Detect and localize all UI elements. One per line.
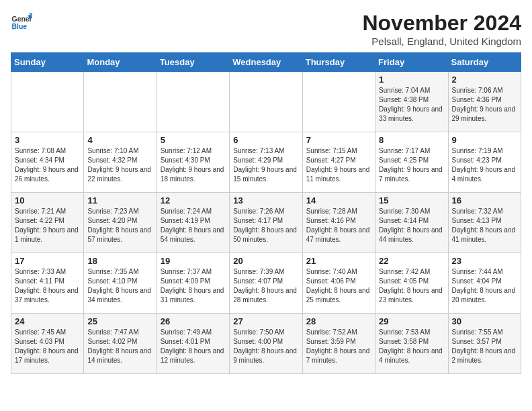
calendar-cell: 22Sunrise: 7:42 AM Sunset: 4:05 PM Dayli… bbox=[375, 253, 448, 314]
day-info: Sunrise: 7:49 AM Sunset: 4:01 PM Dayligh… bbox=[161, 328, 226, 365]
calendar-cell: 15Sunrise: 7:30 AM Sunset: 4:14 PM Dayli… bbox=[375, 193, 448, 253]
day-number: 22 bbox=[379, 256, 444, 266]
day-info: Sunrise: 7:44 AM Sunset: 4:04 PM Dayligh… bbox=[452, 267, 517, 305]
logo: General Blue bbox=[11, 11, 32, 32]
day-number: 7 bbox=[306, 135, 371, 145]
day-number: 6 bbox=[233, 135, 298, 145]
calendar-cell: 16Sunrise: 7:32 AM Sunset: 4:13 PM Dayli… bbox=[448, 193, 521, 253]
calendar-cell: 6Sunrise: 7:13 AM Sunset: 4:29 PM Daylig… bbox=[230, 132, 302, 193]
calendar-cell: 25Sunrise: 7:47 AM Sunset: 4:02 PM Dayli… bbox=[84, 314, 157, 374]
logo-icon: General Blue bbox=[11, 11, 32, 32]
location: Pelsall, England, United Kingdom bbox=[362, 36, 521, 47]
calendar-cell: 12Sunrise: 7:24 AM Sunset: 4:19 PM Dayli… bbox=[157, 193, 229, 253]
calendar-cell: 3Sunrise: 7:08 AM Sunset: 4:34 PM Daylig… bbox=[11, 132, 84, 193]
day-info: Sunrise: 7:52 AM Sunset: 3:59 PM Dayligh… bbox=[306, 328, 371, 365]
day-number: 12 bbox=[161, 195, 226, 205]
day-info: Sunrise: 7:21 AM Sunset: 4:22 PM Dayligh… bbox=[15, 207, 80, 244]
calendar-week-row: 3Sunrise: 7:08 AM Sunset: 4:34 PM Daylig… bbox=[11, 132, 521, 193]
day-info: Sunrise: 7:39 AM Sunset: 4:07 PM Dayligh… bbox=[233, 267, 298, 305]
day-number: 28 bbox=[306, 316, 371, 326]
day-info: Sunrise: 7:17 AM Sunset: 4:25 PM Dayligh… bbox=[379, 146, 444, 184]
day-info: Sunrise: 7:53 AM Sunset: 3:58 PM Dayligh… bbox=[379, 328, 444, 365]
svg-text:Blue: Blue bbox=[12, 23, 28, 30]
day-info: Sunrise: 7:10 AM Sunset: 4:32 PM Dayligh… bbox=[87, 146, 152, 184]
day-number: 14 bbox=[306, 195, 371, 205]
header-monday: Monday bbox=[84, 53, 157, 72]
calendar-cell: 4Sunrise: 7:10 AM Sunset: 4:32 PM Daylig… bbox=[84, 132, 157, 193]
day-number: 15 bbox=[379, 195, 444, 205]
calendar-cell: 10Sunrise: 7:21 AM Sunset: 4:22 PM Dayli… bbox=[11, 193, 84, 253]
calendar-week-row: 17Sunrise: 7:33 AM Sunset: 4:11 PM Dayli… bbox=[11, 253, 521, 314]
day-info: Sunrise: 7:50 AM Sunset: 4:00 PM Dayligh… bbox=[233, 328, 298, 365]
day-info: Sunrise: 7:55 AM Sunset: 3:57 PM Dayligh… bbox=[452, 328, 517, 365]
calendar-cell bbox=[230, 72, 302, 132]
day-info: Sunrise: 7:23 AM Sunset: 4:20 PM Dayligh… bbox=[87, 207, 152, 244]
day-number: 25 bbox=[87, 316, 152, 326]
calendar-cell: 28Sunrise: 7:52 AM Sunset: 3:59 PM Dayli… bbox=[302, 314, 375, 374]
calendar-cell: 1Sunrise: 7:04 AM Sunset: 4:38 PM Daylig… bbox=[375, 72, 448, 132]
calendar-cell: 5Sunrise: 7:12 AM Sunset: 4:30 PM Daylig… bbox=[157, 132, 229, 193]
day-info: Sunrise: 7:19 AM Sunset: 4:23 PM Dayligh… bbox=[452, 146, 517, 184]
calendar-cell: 21Sunrise: 7:40 AM Sunset: 4:06 PM Dayli… bbox=[302, 253, 375, 314]
header-wednesday: Wednesday bbox=[230, 53, 302, 72]
month-title: November 2024 bbox=[362, 11, 521, 36]
day-info: Sunrise: 7:13 AM Sunset: 4:29 PM Dayligh… bbox=[233, 146, 298, 184]
calendar-cell: 19Sunrise: 7:37 AM Sunset: 4:09 PM Dayli… bbox=[157, 253, 229, 314]
day-info: Sunrise: 7:42 AM Sunset: 4:05 PM Dayligh… bbox=[379, 267, 444, 305]
day-info: Sunrise: 7:08 AM Sunset: 4:34 PM Dayligh… bbox=[15, 146, 80, 184]
calendar-cell bbox=[157, 72, 229, 132]
calendar-cell: 7Sunrise: 7:15 AM Sunset: 4:27 PM Daylig… bbox=[302, 132, 375, 193]
day-info: Sunrise: 7:26 AM Sunset: 4:17 PM Dayligh… bbox=[233, 207, 298, 244]
day-info: Sunrise: 7:47 AM Sunset: 4:02 PM Dayligh… bbox=[87, 328, 152, 365]
calendar-cell: 27Sunrise: 7:50 AM Sunset: 4:00 PM Dayli… bbox=[230, 314, 302, 374]
calendar-cell: 14Sunrise: 7:28 AM Sunset: 4:16 PM Dayli… bbox=[302, 193, 375, 253]
day-number: 8 bbox=[379, 135, 444, 145]
calendar-cell: 23Sunrise: 7:44 AM Sunset: 4:04 PM Dayli… bbox=[448, 253, 521, 314]
day-number: 9 bbox=[452, 135, 517, 145]
day-number: 2 bbox=[452, 75, 517, 85]
calendar-cell: 18Sunrise: 7:35 AM Sunset: 4:10 PM Dayli… bbox=[84, 253, 157, 314]
header-tuesday: Tuesday bbox=[157, 53, 229, 72]
calendar-cell: 20Sunrise: 7:39 AM Sunset: 4:07 PM Dayli… bbox=[230, 253, 302, 314]
day-number: 10 bbox=[15, 195, 80, 205]
day-number: 24 bbox=[15, 316, 80, 326]
calendar-cell bbox=[84, 72, 157, 132]
calendar-cell: 9Sunrise: 7:19 AM Sunset: 4:23 PM Daylig… bbox=[448, 132, 521, 193]
day-number: 29 bbox=[379, 316, 444, 326]
day-info: Sunrise: 7:24 AM Sunset: 4:19 PM Dayligh… bbox=[161, 207, 226, 244]
day-number: 4 bbox=[87, 135, 152, 145]
calendar-week-row: 10Sunrise: 7:21 AM Sunset: 4:22 PM Dayli… bbox=[11, 193, 521, 253]
day-info: Sunrise: 7:45 AM Sunset: 4:03 PM Dayligh… bbox=[15, 328, 80, 365]
day-number: 5 bbox=[161, 135, 226, 145]
title-block: November 2024 Pelsall, England, United K… bbox=[362, 11, 521, 47]
calendar-week-row: 24Sunrise: 7:45 AM Sunset: 4:03 PM Dayli… bbox=[11, 314, 521, 374]
calendar-cell: 29Sunrise: 7:53 AM Sunset: 3:58 PM Dayli… bbox=[375, 314, 448, 374]
day-info: Sunrise: 7:28 AM Sunset: 4:16 PM Dayligh… bbox=[306, 207, 371, 244]
calendar-cell bbox=[11, 72, 84, 132]
day-number: 18 bbox=[87, 256, 152, 266]
calendar-cell bbox=[302, 72, 375, 132]
day-number: 23 bbox=[452, 256, 517, 266]
day-number: 20 bbox=[233, 256, 298, 266]
day-info: Sunrise: 7:40 AM Sunset: 4:06 PM Dayligh… bbox=[306, 267, 371, 305]
day-number: 27 bbox=[233, 316, 298, 326]
day-number: 21 bbox=[306, 256, 371, 266]
calendar-cell: 13Sunrise: 7:26 AM Sunset: 4:17 PM Dayli… bbox=[230, 193, 302, 253]
day-info: Sunrise: 7:37 AM Sunset: 4:09 PM Dayligh… bbox=[161, 267, 226, 305]
calendar-table: SundayMondayTuesdayWednesdayThursdayFrid… bbox=[11, 52, 521, 374]
day-number: 26 bbox=[161, 316, 226, 326]
calendar-cell: 2Sunrise: 7:06 AM Sunset: 4:36 PM Daylig… bbox=[448, 72, 521, 132]
calendar-cell: 8Sunrise: 7:17 AM Sunset: 4:25 PM Daylig… bbox=[375, 132, 448, 193]
calendar-cell: 11Sunrise: 7:23 AM Sunset: 4:20 PM Dayli… bbox=[84, 193, 157, 253]
day-info: Sunrise: 7:35 AM Sunset: 4:10 PM Dayligh… bbox=[87, 267, 152, 305]
calendar-cell: 17Sunrise: 7:33 AM Sunset: 4:11 PM Dayli… bbox=[11, 253, 84, 314]
calendar-cell: 24Sunrise: 7:45 AM Sunset: 4:03 PM Dayli… bbox=[11, 314, 84, 374]
page-header: General Blue November 2024 Pelsall, Engl… bbox=[11, 11, 521, 47]
day-number: 19 bbox=[161, 256, 226, 266]
calendar-cell: 26Sunrise: 7:49 AM Sunset: 4:01 PM Dayli… bbox=[157, 314, 229, 374]
day-info: Sunrise: 7:33 AM Sunset: 4:11 PM Dayligh… bbox=[15, 267, 80, 305]
day-number: 11 bbox=[87, 195, 152, 205]
header-sunday: Sunday bbox=[11, 53, 84, 72]
calendar-header-row: SundayMondayTuesdayWednesdayThursdayFrid… bbox=[11, 53, 521, 72]
day-number: 13 bbox=[233, 195, 298, 205]
